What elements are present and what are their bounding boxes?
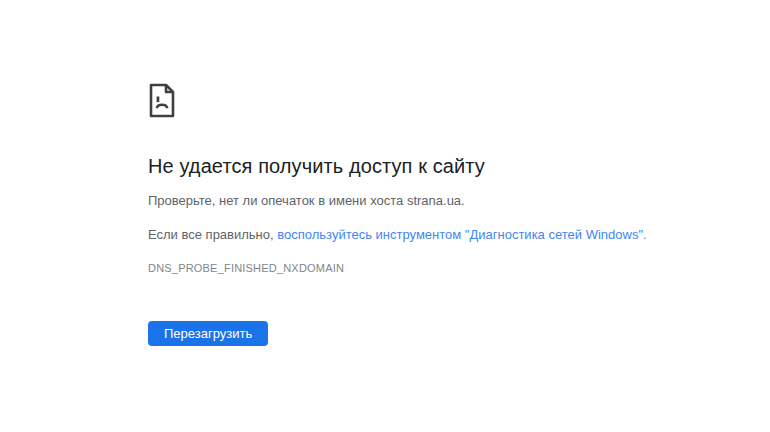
sad-file-icon bbox=[148, 83, 176, 118]
error-code: DNS_PROBE_FINISHED_NXDOMAIN bbox=[148, 262, 710, 275]
reload-button[interactable]: Перезагрузить bbox=[148, 321, 268, 346]
error-hint-typo: Проверьте, нет ли опечаток в имени хоста… bbox=[148, 193, 710, 209]
network-diagnostics-link[interactable]: воспользуйтесь инструментом "Диагностика… bbox=[277, 227, 646, 242]
error-title: Не удается получить доступ к сайту bbox=[148, 153, 710, 179]
error-hint-diagnose-prefix: Если все правильно, bbox=[148, 227, 277, 242]
chrome-error-page: Не удается получить доступ к сайту Прове… bbox=[0, 0, 770, 432]
error-hint-diagnose: Если все правильно, воспользуйтесь инстр… bbox=[148, 227, 710, 243]
